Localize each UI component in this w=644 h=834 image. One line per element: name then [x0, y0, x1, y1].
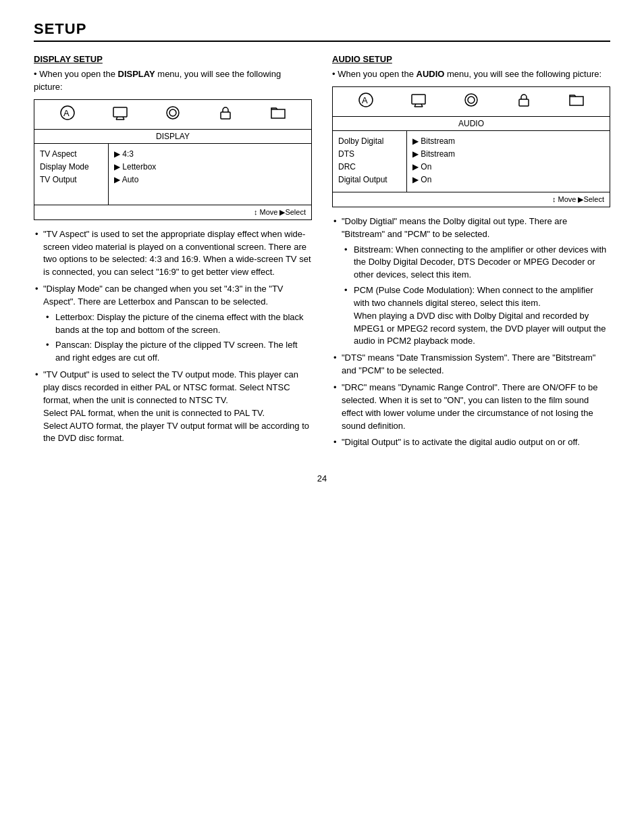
audio-menu-label: AUDIO — [333, 117, 610, 131]
display-intro: • When you open the DISPLAY menu, you wi… — [34, 68, 312, 94]
menu-icon-lens — [164, 104, 182, 125]
audio-icon-camera: A — [357, 91, 375, 112]
audio-left-item-1: Dolby Digital — [338, 135, 401, 148]
display-sub-2a: Letterbox: Display the picture of the ci… — [43, 311, 312, 337]
svg-point-16 — [468, 97, 475, 103]
display-left-item-2: Display Mode — [40, 161, 103, 174]
display-menu-label: DISPLAY — [34, 130, 311, 144]
display-bullet-1: "TV Aspect" is used to set the appropria… — [34, 228, 312, 279]
audio-left-item-3: DRC — [338, 161, 401, 174]
page-number: 24 — [34, 473, 610, 484]
display-sub-2b: Panscan: Display the picture of the clip… — [43, 339, 312, 365]
audio-bullet-4: "Digital Output" is to activate the digi… — [332, 436, 610, 449]
audio-icon-lens — [462, 91, 480, 112]
audio-menu-left: Dolby Digital DTS DRC Digital Output — [333, 131, 407, 192]
audio-right-item-2: ▶ Bitstream — [412, 148, 604, 161]
menu-icon-lock — [217, 104, 234, 125]
audio-menu-content: Dolby Digital DTS DRC Digital Output ▶ B… — [333, 131, 610, 192]
audio-icon-lock — [515, 91, 533, 112]
audio-intro-bullet: • — [332, 69, 338, 79]
audio-menu-diagram: A — [332, 86, 610, 207]
audio-bullet-2: "DTS" means "Date Transmission System". … — [332, 352, 610, 377]
display-bullet-2: "Display Mode" can be changed when you s… — [34, 283, 312, 365]
title-rule — [34, 41, 610, 42]
audio-right-item-3: ▶ On — [412, 161, 604, 174]
audio-bullet-1: "Dolby Digtial" means the Dolby digital … — [332, 215, 610, 348]
menu-icon-tv — [111, 104, 129, 125]
svg-rect-17 — [519, 99, 529, 106]
display-left-item-1: TV Aspect — [40, 148, 103, 161]
menu-icon-camera: A — [59, 104, 76, 125]
svg-text:A: A — [63, 108, 70, 118]
svg-point-7 — [169, 109, 176, 116]
svg-point-15 — [465, 94, 477, 106]
svg-text:A: A — [362, 95, 368, 105]
display-right-item-2: ▶ Letterbox — [114, 161, 306, 174]
audio-sub-list-1: Bitstream: When connecting to the amplif… — [342, 244, 610, 348]
audio-icon-folder — [568, 91, 585, 112]
display-menu-icons: A — [34, 100, 311, 130]
display-sub-list-2: Letterbox: Display the picture of the ci… — [43, 311, 312, 365]
svg-rect-2 — [113, 107, 127, 117]
audio-setup-col: AUDIO SETUP • When you open the AUDIO me… — [332, 54, 610, 453]
audio-icon-tv — [410, 91, 427, 112]
display-right-item-1: ▶ 4:3 — [114, 148, 306, 161]
svg-point-6 — [167, 107, 179, 119]
audio-left-item-2: DTS — [338, 148, 401, 161]
display-menu-content: TV Aspect Display Mode TV Output ▶ 4:3 ▶… — [34, 144, 311, 205]
menu-icon-folder — [269, 104, 287, 125]
audio-right-item-4: ▶ On — [412, 174, 604, 186]
display-menu-diagram: A — [34, 99, 312, 220]
display-menu-left: TV Aspect Display Mode TV Output — [34, 144, 109, 205]
display-right-item-3: ▶ Auto — [114, 174, 306, 186]
audio-menu-footer: ↕ Move ▶Select — [333, 192, 610, 207]
display-section-title: DISPLAY SETUP — [34, 54, 312, 64]
page-title: SETUP — [34, 20, 610, 38]
audio-bullets: "Dolby Digtial" means the Dolby digital … — [332, 215, 610, 449]
svg-rect-8 — [221, 112, 230, 119]
audio-intro: • When you open the AUDIO menu, you will… — [332, 68, 610, 81]
audio-section-title: AUDIO SETUP — [332, 54, 610, 64]
display-bullet-3: "TV Output" is used to select the TV out… — [34, 369, 312, 445]
audio-sub-1b: PCM (Pulse Code Modulation): When connec… — [342, 284, 610, 348]
audio-bullet-3: "DRC" means "Dynamic Range Control". The… — [332, 382, 610, 432]
audio-left-item-4: Digital Output — [338, 174, 401, 186]
display-menu-right: ▶ 4:3 ▶ Letterbox ▶ Auto — [109, 144, 311, 205]
audio-menu-icons: A — [333, 87, 610, 117]
display-menu-footer: ↕ Move ▶Select — [34, 205, 311, 219]
display-setup-col: DISPLAY SETUP • When you open the DISPLA… — [34, 54, 312, 453]
audio-menu-right: ▶ Bitstream ▶ Bitstream ▶ On ▶ On — [407, 131, 610, 192]
audio-sub-1a: Bitstream: When connecting to the amplif… — [342, 244, 610, 282]
svg-rect-11 — [412, 95, 425, 104]
display-intro-bullet: • — [34, 69, 39, 79]
audio-right-item-1: ▶ Bitstream — [412, 135, 604, 148]
display-bullets: "TV Aspect" is used to set the appropria… — [34, 228, 312, 446]
display-left-item-3: TV Output — [40, 174, 103, 186]
main-content: DISPLAY SETUP • When you open the DISPLA… — [34, 54, 610, 453]
